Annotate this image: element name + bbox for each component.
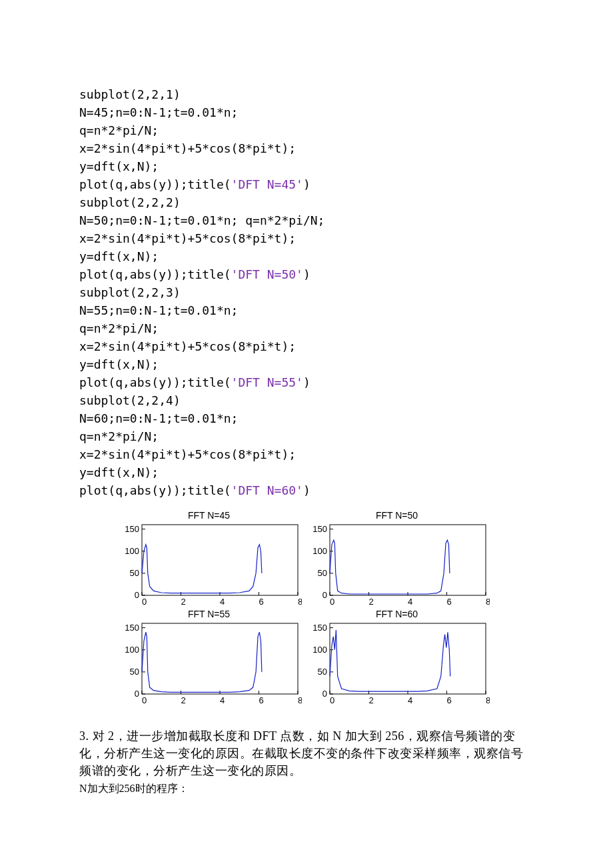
code-block: subplot(2,2,1) N=45;n=0:N-1;t=0.01*n; q=… — [79, 85, 526, 499]
svg-text:2: 2 — [181, 695, 185, 705]
code-line: N=45;n=0:N-1;t=0.01*n; — [79, 105, 238, 119]
svg-text:50: 50 — [317, 667, 326, 677]
question-3-text: 3. 对 2，进一步增加截取长度和 DFT 点数，如 N 加大到 256，观察信… — [79, 727, 526, 779]
string-literal: 'DFT N=45' — [231, 177, 303, 191]
svg-text:50: 50 — [129, 568, 139, 578]
code-fragment: plot(q,abs(y));title( — [79, 267, 231, 281]
svg-text:4: 4 — [220, 695, 225, 705]
svg-text:100: 100 — [125, 645, 139, 655]
svg-text:8: 8 — [486, 695, 490, 705]
svg-text:50: 50 — [317, 568, 326, 578]
svg-text:150: 150 — [125, 623, 139, 633]
code-line: subplot(2,2,3) — [79, 285, 181, 299]
chart-svg: 02468050100150 — [305, 621, 490, 707]
svg-text:6: 6 — [259, 695, 263, 705]
code-fragment: ) — [303, 483, 310, 497]
svg-text:4: 4 — [408, 695, 412, 705]
svg-rect-38 — [142, 623, 298, 694]
chart-fft-n60: FFT N=60 02468050100150 — [305, 609, 490, 707]
figure-grid: FFT N=45 02468050100150 FFT N=50 0246805… — [117, 510, 490, 707]
code-line: plot(q,abs(y));title('DFT N=45') — [79, 177, 310, 191]
code-line: x=2*sin(4*pi*t)+5*cos(8*pi*t); — [79, 447, 296, 461]
code-fragment: plot(q,abs(y));title( — [79, 375, 231, 389]
code-line: q=n*2*pi/N; — [79, 321, 159, 335]
svg-text:100: 100 — [125, 546, 139, 556]
svg-text:150: 150 — [312, 524, 327, 534]
chart-fft-n50: FFT N=50 02468050100150 — [305, 510, 490, 609]
svg-text:0: 0 — [142, 597, 147, 607]
svg-text:6: 6 — [259, 597, 263, 607]
code-line: y=dft(x,N); — [79, 465, 159, 479]
code-line: q=n*2*pi/N; — [79, 429, 159, 443]
svg-text:2: 2 — [181, 597, 185, 607]
code-fragment: plot(q,abs(y));title( — [79, 177, 231, 191]
svg-text:100: 100 — [312, 645, 327, 655]
chart-title: FFT N=60 — [305, 609, 490, 619]
code-line: subplot(2,2,1) — [79, 87, 181, 101]
svg-text:150: 150 — [125, 524, 139, 534]
chart-fft-n55: FFT N=55 02468050100150 — [117, 609, 302, 707]
svg-text:4: 4 — [408, 597, 412, 607]
code-fragment: ) — [303, 267, 310, 281]
svg-text:8: 8 — [298, 597, 302, 607]
svg-rect-19 — [330, 525, 486, 595]
code-line: x=2*sin(4*pi*t)+5*cos(8*pi*t); — [79, 141, 296, 155]
svg-text:0: 0 — [322, 590, 326, 600]
svg-text:0: 0 — [134, 689, 139, 699]
svg-text:0: 0 — [142, 695, 147, 705]
svg-rect-57 — [330, 623, 486, 694]
chart-title: FFT N=55 — [117, 609, 302, 619]
svg-text:2: 2 — [368, 695, 373, 705]
svg-text:0: 0 — [322, 689, 326, 699]
chart-title: FFT N=45 — [117, 510, 302, 521]
svg-text:50: 50 — [129, 667, 139, 677]
svg-text:8: 8 — [486, 597, 490, 607]
svg-text:0: 0 — [330, 695, 334, 705]
code-fragment: ) — [303, 177, 310, 191]
svg-text:4: 4 — [220, 597, 225, 607]
code-line: q=n*2*pi/N; — [79, 123, 159, 137]
code-line: plot(q,abs(y));title('DFT N=60') — [79, 483, 310, 497]
code-line: y=dft(x,N); — [79, 249, 159, 263]
svg-text:2: 2 — [368, 597, 373, 607]
chart-fft-n45: FFT N=45 02468050100150 — [117, 510, 302, 609]
svg-text:100: 100 — [312, 546, 327, 556]
chart-svg: 02468050100150 — [305, 522, 490, 609]
code-line: subplot(2,2,2) — [79, 195, 181, 209]
code-line: x=2*sin(4*pi*t)+5*cos(8*pi*t); — [79, 339, 296, 353]
svg-text:6: 6 — [446, 597, 451, 607]
string-literal: 'DFT N=50' — [231, 267, 303, 281]
string-literal: 'DFT N=60' — [231, 483, 303, 497]
code-line: N=60;n=0:N-1;t=0.01*n; — [79, 411, 238, 425]
svg-text:0: 0 — [330, 597, 334, 607]
string-literal: 'DFT N=55' — [231, 375, 303, 389]
svg-text:0: 0 — [134, 590, 139, 600]
code-fragment: ) — [303, 375, 310, 389]
svg-text:8: 8 — [298, 695, 302, 705]
question-3-sub: N加大到256时的程序： — [79, 781, 526, 797]
chart-svg: 02468050100150 — [117, 522, 302, 609]
code-line: plot(q,abs(y));title('DFT N=55') — [79, 375, 310, 389]
svg-text:6: 6 — [446, 695, 451, 705]
chart-title: FFT N=50 — [305, 510, 490, 521]
code-line: subplot(2,2,4) — [79, 393, 181, 407]
code-line: N=50;n=0:N-1;t=0.01*n; q=n*2*pi/N; — [79, 213, 324, 227]
code-fragment: plot(q,abs(y));title( — [79, 483, 231, 497]
svg-text:150: 150 — [312, 623, 327, 633]
chart-svg: 02468050100150 — [117, 621, 302, 707]
code-line: y=dft(x,N); — [79, 159, 159, 173]
code-line: N=55;n=0:N-1;t=0.01*n; — [79, 303, 238, 317]
code-line: plot(q,abs(y));title('DFT N=50') — [79, 267, 310, 281]
code-line: x=2*sin(4*pi*t)+5*cos(8*pi*t); — [79, 231, 296, 245]
code-line: y=dft(x,N); — [79, 357, 159, 371]
svg-rect-0 — [142, 525, 298, 595]
